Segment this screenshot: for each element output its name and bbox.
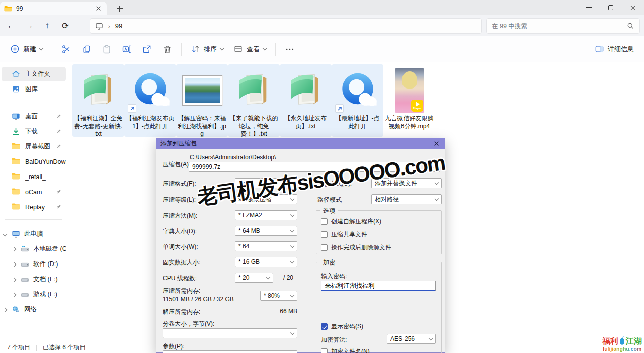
sidebar-item-home[interactable]: 主文件夹 — [2, 67, 66, 81]
paste-icon — [102, 44, 112, 54]
archive-name-combo[interactable]: 999999.7z — [189, 162, 421, 172]
window-maximize-button[interactable] — [600, 0, 622, 15]
tab-99[interactable]: 99 — [0, 2, 107, 15]
text-file-icon — [234, 71, 274, 110]
browse-button[interactable]: ... — [427, 161, 440, 172]
dialog-title: 添加到压缩包 — [160, 139, 197, 148]
window-close-button[interactable] — [622, 0, 644, 15]
sidebar-item-baiduyun[interactable]: BaiDuYunDownloa — [2, 154, 66, 169]
sidebar-item-label: 文档 (E:) — [33, 275, 58, 284]
method-combo[interactable]: * LZMA2 — [235, 210, 297, 220]
dict-combo[interactable]: * 64 MB — [235, 226, 297, 236]
chevron-right-icon[interactable] — [12, 262, 16, 266]
search-box[interactable] — [486, 18, 640, 34]
encryption-method-combo[interactable]: AES-256 — [387, 334, 436, 344]
forward-button[interactable]: → — [20, 18, 38, 34]
delete-button[interactable] — [157, 41, 177, 58]
search-input[interactable] — [492, 23, 627, 30]
checkbox-unchecked-icon[interactable] — [321, 231, 328, 238]
show-password-checkbox-row[interactable]: 显示密码(S) — [321, 322, 363, 331]
sidebar-item-network[interactable]: 网络 — [2, 302, 66, 317]
sidebar-item-gallery[interactable]: 图库 — [2, 82, 66, 97]
file-item[interactable]: 【解压密码：来福利江湖找福利】.jpg — [176, 64, 228, 137]
volume-combo[interactable] — [163, 328, 297, 338]
network-icon — [12, 305, 20, 314]
details-button[interactable]: 详细信息 — [590, 41, 639, 57]
paste-button[interactable] — [97, 41, 117, 58]
update-mode-combo[interactable]: 添加并替换文件 — [371, 178, 442, 188]
word-combo[interactable]: * 64 — [235, 241, 297, 251]
sort-icon — [191, 44, 200, 54]
file-item[interactable]: Player 九言微信好友限购视频6分钟.mp4 — [383, 64, 435, 137]
more-button[interactable] — [280, 41, 300, 58]
sidebar-item-desktop[interactable]: 桌面 — [2, 109, 66, 124]
checkbox-unchecked-icon[interactable] — [321, 218, 328, 225]
file-item[interactable]: 【来了就能下载的论坛，纯免费！】.txt — [228, 64, 280, 137]
cpu-combo[interactable]: * 20 — [235, 273, 273, 283]
breadcrumb[interactable]: › 99 — [90, 18, 482, 34]
new-tab-button[interactable] — [115, 4, 125, 14]
sidebar-item-ocam[interactable]: oCam — [2, 185, 66, 199]
checkbox-checked-icon[interactable] — [321, 323, 328, 330]
file-name: 【福利江湖发布页1】-点此打开 — [126, 115, 175, 130]
sort-button[interactable]: 排序 — [186, 41, 228, 57]
mem-percent-combo[interactable]: * 80% — [260, 291, 297, 301]
file-item[interactable]: 【永久地址发布页】.txt — [280, 64, 332, 137]
delete-after-checkbox-row[interactable]: 操作完成后删除源文件 — [321, 243, 391, 252]
sfx-checkbox-row[interactable]: 创建自解压程序(X) — [321, 217, 381, 226]
shared-files-checkbox-row[interactable]: 压缩共享文件 — [321, 230, 367, 239]
dialog-close-icon[interactable] — [433, 140, 441, 148]
text-file-icon — [286, 71, 326, 110]
sidebar-item-drive-c[interactable]: 本地磁盘 (C:) — [2, 242, 66, 256]
path-mode-combo[interactable]: 相对路径 — [371, 194, 442, 204]
chevron-right-icon[interactable] — [12, 292, 16, 296]
file-item[interactable]: 【福利江湖发布页1】-点此打开 — [124, 64, 176, 137]
sidebar-item-drive-f[interactable]: 游戏 (F:) — [2, 287, 66, 302]
update-mode-value: 添加并替换文件 — [375, 179, 417, 188]
cut-button[interactable] — [56, 41, 76, 58]
sidebar-item-screenshots[interactable]: 屏幕截图 — [2, 139, 66, 154]
up-button[interactable]: ↑ — [38, 18, 56, 34]
chevron-right-icon[interactable] — [3, 307, 7, 311]
sidebar-item-drive-d[interactable]: 软件 (D:) — [2, 257, 66, 272]
rename-button[interactable] — [117, 41, 137, 58]
copy-button[interactable] — [76, 41, 97, 58]
solid-combo[interactable]: * 16 GB — [235, 257, 297, 267]
file-item[interactable]: 【最新地址】-点此打开 — [332, 64, 383, 137]
chevron-down-icon[interactable] — [3, 232, 7, 236]
sidebar-item-retail[interactable]: _retail_ — [2, 169, 66, 184]
file-item[interactable]: 【福利江湖】全免费-无套路-更新快.txt — [72, 64, 124, 137]
sidebar-item-label: 下载 — [25, 127, 38, 136]
sidebar-item-drive-e[interactable]: 文档 (E:) — [2, 272, 66, 287]
drive-icon — [21, 290, 29, 299]
checkbox-unchecked-icon[interactable] — [321, 244, 328, 251]
tab-close-icon[interactable] — [95, 5, 103, 13]
navigation-pane: 主文件夹 图库 桌面 下载 屏幕截图 — [0, 62, 67, 342]
shared-files-checkbox-label: 压缩共享文件 — [331, 230, 367, 239]
breadcrumb-folder[interactable]: 99 — [115, 22, 122, 30]
new-button[interactable]: 新建 — [5, 41, 48, 57]
params-input[interactable] — [163, 350, 297, 353]
sidebar-item-downloads[interactable]: 下载 — [2, 124, 66, 139]
window-minimize-button[interactable] — [578, 0, 600, 15]
sidebar-item-this-pc[interactable]: 此电脑 — [2, 227, 66, 241]
view-button[interactable]: 查看 — [228, 41, 271, 57]
checkbox-unchecked-icon[interactable] — [321, 348, 328, 353]
chevron-right-icon[interactable] — [12, 277, 16, 281]
dialog-title-bar[interactable]: 添加到压缩包 — [156, 138, 445, 149]
password-input[interactable] — [321, 281, 436, 291]
share-button[interactable] — [137, 41, 157, 58]
back-button[interactable]: ← — [2, 18, 20, 34]
level-combo[interactable]: 9 - 极限压缩 — [235, 194, 297, 204]
method-label: 压缩方法(M): — [163, 212, 197, 220]
method-value: * LZMA2 — [238, 212, 262, 219]
site-logo: 福利 江湖 fulijianghu.com — [602, 336, 642, 353]
share-icon — [142, 44, 152, 54]
encrypt-names-checkbox-row[interactable]: 加密文件名(N) — [321, 347, 370, 353]
chevron-right-icon[interactable] — [12, 247, 16, 251]
sidebar-item-replay[interactable]: Replay — [2, 200, 66, 214]
format-combo[interactable]: 7z — [235, 178, 297, 188]
add-to-archive-dialog: 添加到压缩包 压缩包(A) C:\Users\Administrator\Des… — [156, 138, 445, 353]
refresh-button[interactable]: ⟳ — [56, 18, 74, 34]
folder-icon — [12, 203, 20, 211]
